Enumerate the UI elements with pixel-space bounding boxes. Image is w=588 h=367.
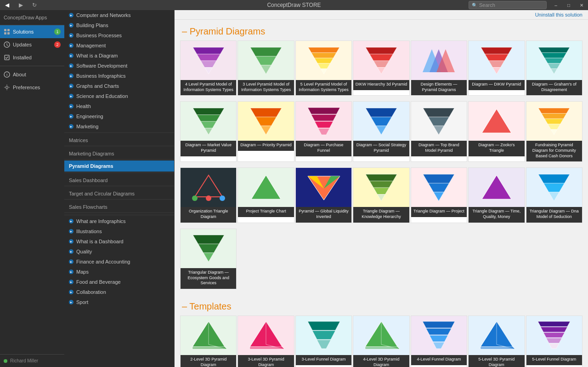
nav-section-sales-flowcharts[interactable]: Sales Flowcharts bbox=[64, 201, 174, 212]
window-controls[interactable]: – □ ✕ bbox=[549, 0, 588, 10]
svg-marker-12 bbox=[204, 67, 212, 74]
nav-item-what-is-a-diagram[interactable]: What is a Diagram bbox=[64, 51, 174, 61]
nav-bottom-item-what-is-a-dashboard[interactable]: What is a Dashboard bbox=[64, 236, 174, 247]
diagram-label: Triangle Diagram — Project bbox=[411, 207, 467, 217]
nav-dot bbox=[69, 74, 74, 78]
diagram-label: 4-Level Funnel Diagram bbox=[411, 355, 467, 365]
svg-marker-29 bbox=[485, 54, 508, 61]
diagram-card[interactable]: Fundraising Pyramid Diagram for Communit… bbox=[526, 101, 582, 162]
nav-dot bbox=[69, 259, 74, 264]
diagram-card[interactable]: DIKW Hierarchy 3d Pyramid bbox=[353, 40, 409, 96]
svg-marker-86 bbox=[192, 347, 227, 349]
svg-marker-74 bbox=[423, 174, 454, 183]
diagram-card[interactable]: Design Elements — Pyramid Diagrams bbox=[411, 40, 467, 96]
nav-bottom-item-maps[interactable]: Maps bbox=[64, 267, 174, 277]
nav-bottom-item-finance-and-accounting[interactable]: Finance and Accounting bbox=[64, 257, 174, 267]
diagram-card[interactable]: Triangular Diagram — Dna Model of Seduct… bbox=[526, 167, 582, 223]
nav-item-building-plans[interactable]: Building Plans bbox=[64, 20, 174, 30]
diagram-card[interactable]: 3 Level Pyramid Model of Information Sys… bbox=[237, 40, 294, 96]
close-button[interactable]: ✕ bbox=[575, 0, 588, 10]
nav-item-science-and-education[interactable]: Science and Education bbox=[64, 91, 174, 101]
nav-item-management[interactable]: Management bbox=[64, 40, 174, 51]
diagram-card[interactable]: Diagram — Purchase Funnel bbox=[295, 101, 352, 162]
svg-marker-76 bbox=[434, 192, 444, 201]
diagram-card[interactable]: Diagram — Social Strategy Pyramid bbox=[353, 101, 409, 162]
diagram-card[interactable]: Triangle Diagram — Time, Quality, Money bbox=[468, 167, 525, 223]
nav-item-business-infographics[interactable]: Business Infographics bbox=[64, 71, 174, 81]
svg-marker-79 bbox=[544, 183, 565, 192]
diagram-card[interactable]: 3-Level 3D Pyramid Diagram bbox=[237, 315, 294, 367]
nav-section-pyramid-diagrams[interactable]: Pyramid Diagrams bbox=[64, 161, 174, 172]
diagram-card[interactable]: Organization Triangle Diagram bbox=[180, 167, 237, 223]
nav-item-health[interactable]: Health bbox=[64, 101, 174, 111]
nav-section-marketing-diagrams[interactable]: Marketing Diagrams bbox=[64, 147, 174, 158]
about-icon: i bbox=[4, 71, 10, 78]
nav-bottom-item-what-are-infographics[interactable]: What are Infographics bbox=[64, 216, 174, 226]
uninstall-link[interactable]: Uninstall this solution bbox=[535, 12, 582, 17]
diagram-card[interactable]: 4-Level Funnel Diagram bbox=[411, 315, 467, 367]
diagram-card[interactable]: Diagram — Top Brand Model Pyramid bbox=[411, 101, 467, 162]
updates-label: Updates bbox=[13, 42, 32, 47]
back-button[interactable]: ◀ bbox=[0, 0, 14, 10]
diagram-card[interactable]: 5 Level Pyramid Model of Information Sys… bbox=[295, 40, 352, 96]
nav-bottom-item-quality[interactable]: Quality bbox=[64, 247, 174, 257]
sidebar-item-installed[interactable]: Installed bbox=[0, 51, 64, 64]
diagram-card[interactable]: Triangle Diagram — Project bbox=[411, 167, 467, 223]
svg-marker-14 bbox=[255, 56, 276, 65]
search-bar[interactable]: 🔍 bbox=[469, 1, 547, 9]
svg-marker-51 bbox=[423, 108, 454, 117]
nav-dot bbox=[69, 219, 74, 224]
diagram-card[interactable]: Project Triangle Chart bbox=[237, 167, 294, 223]
nav-item-graphs-and-charts[interactable]: Graphs and Charts bbox=[64, 81, 174, 91]
svg-marker-94 bbox=[381, 321, 400, 349]
sidebar-item-updates[interactable]: Updates 2 bbox=[0, 38, 64, 51]
diagram-card[interactable]: Triangular Diagram — Ecosystem Goods and… bbox=[180, 229, 237, 289]
diagram-card[interactable]: 5-Level 3D Pyramid Diagram bbox=[468, 315, 525, 367]
sidebar-item-preferences[interactable]: Preferences bbox=[0, 81, 64, 94]
diagram-card[interactable]: 4-Level 3D Pyramid Diagram bbox=[353, 315, 409, 367]
nav-bottom-item-sport[interactable]: Sport bbox=[64, 297, 174, 307]
diagram-card[interactable]: Diagram — Zooko's Triangle bbox=[468, 101, 525, 162]
svg-marker-9 bbox=[193, 47, 224, 54]
titlebar-left-controls[interactable]: ◀ ▶ ↻ bbox=[0, 0, 41, 10]
diagram-card[interactable]: Pyramid — Global Liquidity Inverted bbox=[295, 167, 352, 223]
nav-bottom-item-food-and-beverage[interactable]: Food and Beverage bbox=[64, 277, 174, 287]
sidebar-item-solutions[interactable]: Solutions 1 bbox=[0, 25, 64, 38]
nav-item-software-development[interactable]: Software Development bbox=[64, 61, 174, 71]
diagram-label: 4-Level 3D Pyramid Diagram bbox=[353, 355, 409, 367]
minimize-button[interactable]: – bbox=[549, 0, 562, 10]
diagram-label: Diagram — Social Strategy Pyramid bbox=[353, 141, 409, 156]
nav-item-engineering[interactable]: Engineering bbox=[64, 111, 174, 121]
nav-section-matrices[interactable]: Matrices bbox=[64, 134, 174, 145]
diagram-label: 2-Level 3D Pyramid Diagram bbox=[181, 355, 236, 367]
diagram-card[interactable]: Triangle Diagram — Knowledge Hierarchy bbox=[353, 167, 409, 223]
maximize-button[interactable]: □ bbox=[562, 0, 575, 10]
diagram-card[interactable]: 3-Level Funnel Diagram bbox=[295, 315, 352, 367]
nav-bottom-item-illustrations[interactable]: Illustrations bbox=[64, 226, 174, 236]
nav-item-computer-and-networks[interactable]: Computer and Networks bbox=[64, 10, 174, 20]
refresh-button[interactable]: ↻ bbox=[28, 0, 41, 10]
diagram-card[interactable]: Diagram — Market Value Pyramid bbox=[180, 101, 237, 162]
svg-marker-41 bbox=[250, 108, 282, 117]
nav-top-items: Computer and NetworksBuilding PlansBusin… bbox=[64, 10, 174, 132]
sidebar-item-about[interactable]: i About bbox=[0, 68, 64, 81]
diagram-card[interactable]: 4 Level Pyramid Model of Information Sys… bbox=[180, 40, 237, 96]
nav-item-business-processes[interactable]: Business Processes bbox=[64, 30, 174, 40]
diagram-card[interactable]: 2-Level 3D Pyramid Diagram bbox=[180, 315, 237, 367]
app-logo: ConceptDraw Apps bbox=[0, 10, 64, 25]
diagram-card[interactable]: Diagram — DIKW Pyramid bbox=[468, 40, 525, 96]
diagram-thumbnail bbox=[526, 168, 582, 207]
search-input[interactable] bbox=[479, 2, 543, 8]
nav-item-marketing[interactable]: Marketing bbox=[64, 121, 174, 132]
svg-marker-71 bbox=[369, 181, 393, 188]
nav-section-target-and-circular-diagrams[interactable]: Target and Circular Diagrams bbox=[64, 187, 174, 198]
svg-rect-0 bbox=[4, 29, 6, 31]
main-toolbar[interactable]: Uninstall this solution bbox=[175, 10, 588, 20]
user-status-dot bbox=[4, 359, 7, 363]
diagram-card[interactable]: Diagram — Priority Pyramid bbox=[237, 101, 294, 162]
diagram-card[interactable]: Diagram — Graham's of Disagreement bbox=[526, 40, 582, 96]
forward-button[interactable]: ▶ bbox=[14, 0, 28, 10]
nav-bottom-item-collaboration[interactable]: Collaboration bbox=[64, 287, 174, 297]
diagram-card[interactable]: 5-Level Funnel Diagram bbox=[526, 315, 582, 367]
nav-section-sales-dashboard[interactable]: Sales Dashboard bbox=[64, 174, 174, 185]
